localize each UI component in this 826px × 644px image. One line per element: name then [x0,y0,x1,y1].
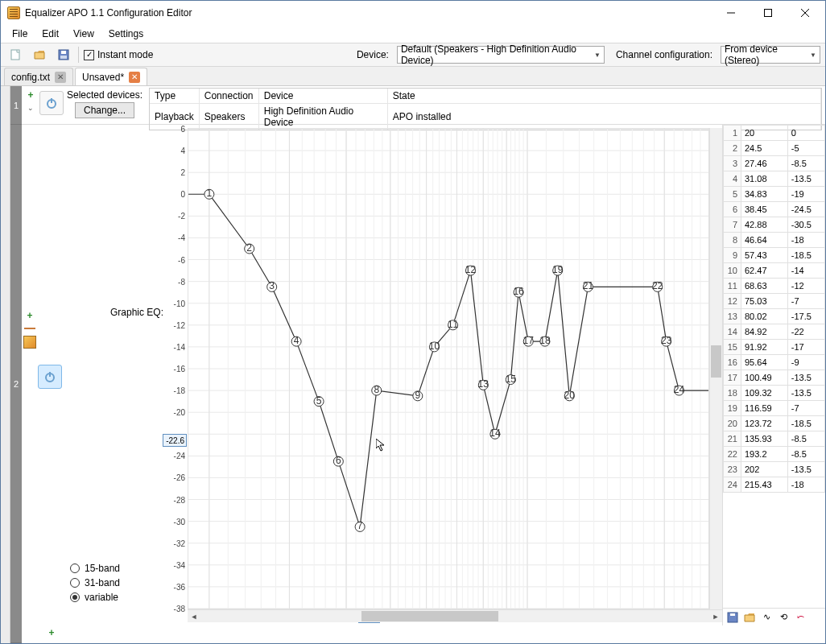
table-row[interactable]: 17100.49-13.5 [724,370,825,386]
table-row[interactable]: 534.83-19 [724,187,825,202]
open-file-button[interactable] [30,45,49,64]
table-row[interactable]: 1695.64-9 [724,355,825,370]
chevron-down-icon[interactable]: ⌄ [27,104,34,112]
svg-text:16: 16 [513,286,524,297]
tab-unsaved[interactable]: Unsaved* ✕ [75,68,147,85]
svg-text:23: 23 [661,335,672,346]
row-header-1[interactable]: 1 [10,86,22,125]
svg-text:17: 17 [523,335,535,346]
svg-rect-1 [765,10,772,17]
menu-settings[interactable]: Settings [102,27,150,41]
table-row[interactable]: 742.88-30.5 [724,217,825,233]
svg-text:5: 5 [316,395,322,407]
remove-button[interactable] [24,328,35,329]
table-row[interactable]: 638.45-24.5 [724,202,825,217]
menu-file[interactable]: File [6,27,34,41]
svg-text:11: 11 [448,319,459,330]
open-curve-button[interactable] [742,610,757,625]
svg-text:3: 3 [269,280,275,291]
radio-31-band[interactable]: 31-band [70,577,163,588]
chancfg-label: Channel configuration: [616,49,712,60]
menu-edit[interactable]: Edit [35,27,65,41]
power-button-row2[interactable] [38,365,62,389]
add-filter-button[interactable]: + [46,627,57,638]
table-row[interactable]: 19116.59-7 [724,401,825,416]
table-row[interactable]: 24215.43-18 [724,477,825,493]
svg-text:18: 18 [539,335,551,346]
vertical-scrollbar[interactable] [709,128,722,609]
minimize-button[interactable] [712,1,750,25]
device-combo[interactable]: Default (Speakers - High Definition Audi… [397,46,605,64]
svg-text:7: 7 [357,520,363,531]
save-curve-button[interactable] [725,610,740,625]
table-row[interactable]: 21135.93-8.5 [724,431,825,447]
table-row[interactable]: 224.5-5 [724,141,825,156]
tabstrip: config.txt ✕ Unsaved* ✕ [1,67,825,86]
svg-rect-4 [11,50,19,60]
edit-icon[interactable] [23,336,36,349]
table-row[interactable]: 22193.2-8.5 [724,447,825,462]
add-above-button[interactable]: + [24,310,35,321]
window-title: Equalizer APO 1.1 Configuration Editor [25,7,192,19]
svg-text:21: 21 [583,280,594,291]
y-value-editor[interactable]: -22.6 [163,434,187,447]
table-row[interactable]: 18109.32-13.5 [724,386,825,401]
new-file-button[interactable] [6,45,25,64]
table-row[interactable]: 1275.03-7 [724,294,825,309]
table-row[interactable]: 1380.02-17.5 [724,309,825,324]
close-icon[interactable]: ✕ [129,72,140,83]
maximize-button[interactable] [750,1,787,25]
graphic-eq-row: + Graphic EQ: 15-band31-bandvariable 123… [22,125,825,625]
svg-text:12: 12 [465,264,477,275]
svg-text:20: 20 [564,390,576,401]
table-row[interactable]: 20123.72-18.5 [724,416,825,431]
table-row[interactable]: 1062.47-14 [724,263,825,279]
table-row[interactable]: 1200 [724,126,825,141]
power-button-row1[interactable] [39,91,64,115]
device-label: Device: [357,49,389,60]
flat-button[interactable]: ⟲ [776,610,791,625]
eq-point-table: 1200224.5-5327.46-8.5431.08-13.5534.83-1… [722,125,825,625]
add-above-button[interactable]: + [25,89,36,101]
svg-rect-149 [730,613,735,616]
table-row[interactable]: 1591.92-17 [724,340,825,355]
instant-mode-checkbox[interactable]: ✓Instant mode [84,49,153,60]
svg-rect-7 [60,56,67,59]
tab-config[interactable]: config.txt ✕ [4,68,73,85]
menu-view[interactable]: View [67,27,101,41]
svg-text:14: 14 [489,427,501,439]
graphic-eq-label: Graphic EQ: [72,307,163,318]
table-row[interactable]: 23202-13.5 [724,462,825,477]
chancfg-combo[interactable]: From device (Stereo)▼ [721,46,820,64]
close-icon[interactable]: ✕ [55,72,66,83]
svg-text:2: 2 [246,242,252,254]
table-row[interactable]: 327.46-8.5 [724,156,825,171]
radio-variable[interactable]: variable [70,592,163,603]
table-row[interactable]: 1484.92-22 [724,324,825,340]
svg-text:22: 22 [652,280,663,291]
selected-devices-label: Selected devices: [67,89,142,101]
svg-text:4: 4 [294,335,299,346]
horizontal-scrollbar[interactable]: ◄► [188,609,722,622]
table-row[interactable]: 1168.63-12 [724,279,825,294]
eq-chart[interactable]: 123456789101112131415161718192021222324 … [188,128,709,609]
titlebar: Equalizer APO 1.1 Configuration Editor [1,1,825,25]
svg-text:9: 9 [415,390,421,401]
app-icon [7,6,20,19]
svg-text:1: 1 [207,188,213,199]
instant-mode-label: Instant mode [97,49,153,60]
svg-text:15: 15 [506,374,517,385]
table-row[interactable]: 431.08-13.5 [724,171,825,187]
radio-15-band[interactable]: 15-band [70,563,163,574]
change-devices-button[interactable]: Change... [75,102,134,118]
save-file-button[interactable] [54,45,73,64]
left-gutter [1,86,10,643]
close-button[interactable] [787,1,824,25]
table-row[interactable]: 846.64-18 [724,233,825,248]
table-row[interactable]: 957.43-18.5 [724,248,825,263]
row-header-2[interactable]: 2 [10,125,22,643]
svg-text:10: 10 [429,341,440,352]
invert-button[interactable]: ∿ [759,610,774,625]
svg-text:19: 19 [552,264,564,275]
reset-button[interactable]: ⤺ [793,610,807,625]
